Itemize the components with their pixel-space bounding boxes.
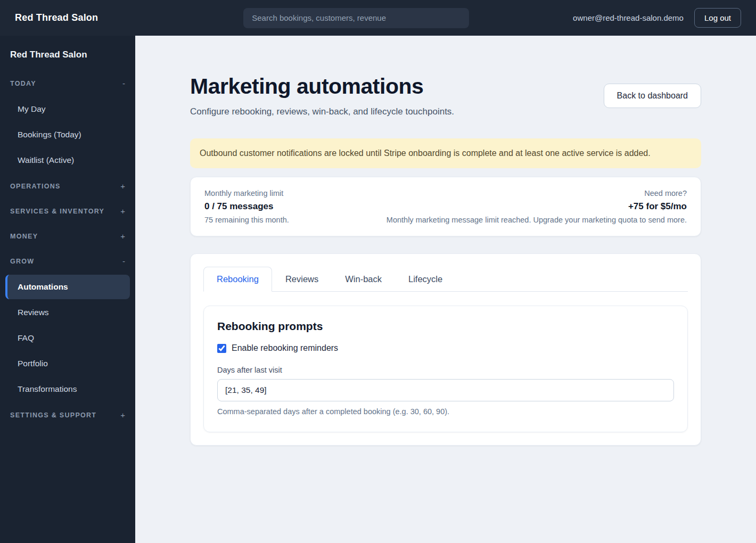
section-label: SERVICES & INVENTORY xyxy=(10,208,104,215)
sidebar-item-bookings-today[interactable]: Bookings (Today) xyxy=(5,122,130,147)
expand-icon: + xyxy=(120,182,125,191)
marketing-quota-card: Monthly marketing limit 0 / 75 messages … xyxy=(190,177,701,236)
days-field-help: Comma-separated days after a completed b… xyxy=(217,407,674,416)
days-field-label: Days after last visit xyxy=(217,366,674,374)
page-subtitle: Configure rebooking, reviews, win-back, … xyxy=(190,106,454,117)
quota-left-sub: 75 remaining this month. xyxy=(204,216,289,224)
automations-card: RebookingReviewsWin-backLifecycle Rebook… xyxy=(190,253,701,446)
sidebar-item-my-day[interactable]: My Day xyxy=(5,97,130,121)
enable-rebooking-label[interactable]: Enable rebooking reminders xyxy=(232,343,338,353)
topbar: Red Thread Salon owner@red-thread-salon.… xyxy=(0,0,756,36)
tab-win-back[interactable]: Win-back xyxy=(332,267,395,292)
section-label: SETTINGS & SUPPORT xyxy=(10,412,96,419)
content: Marketing automations Configure rebookin… xyxy=(190,36,701,467)
sidebar-sections: TODAY-My DayBookings (Today)Waitlist (Ac… xyxy=(5,71,130,427)
sidebar-item-transformations[interactable]: Transformations xyxy=(5,377,130,401)
quota-left-value: 0 / 75 messages xyxy=(204,201,289,212)
panel-heading: Rebooking prompts xyxy=(217,320,674,333)
tab-rebooking[interactable]: Rebooking xyxy=(203,267,272,292)
sidebar-section-today[interactable]: TODAY- xyxy=(5,71,130,96)
quota-left-label: Monthly marketing limit xyxy=(204,189,289,198)
global-search-input[interactable] xyxy=(243,8,469,28)
sidebar-item-portfolio[interactable]: Portfolio xyxy=(5,351,130,376)
sidebar-item-reviews[interactable]: Reviews xyxy=(5,300,130,325)
sidebar: Red Thread Salon TODAY-My DayBookings (T… xyxy=(0,36,135,543)
expand-icon: + xyxy=(120,207,125,216)
tab-reviews[interactable]: Reviews xyxy=(272,267,332,292)
section-label: TODAY xyxy=(10,80,36,87)
collapse-icon: - xyxy=(122,257,125,266)
sidebar-title: Red Thread Salon xyxy=(5,42,130,71)
section-label: OPERATIONS xyxy=(10,183,61,190)
user-email: owner@red-thread-salon.demo xyxy=(573,13,684,22)
rebooking-panel: Rebooking prompts Enable rebooking remin… xyxy=(203,306,688,432)
sidebar-section-grow[interactable]: GROW- xyxy=(5,249,130,274)
brand: Red Thread Salon xyxy=(15,12,98,23)
sidebar-section-money[interactable]: MONEY+ xyxy=(5,224,130,249)
section-label: GROW xyxy=(10,258,34,265)
quota-right-value: +75 for $5/mo xyxy=(387,201,687,212)
enable-rebooking-row: Enable rebooking reminders xyxy=(217,343,674,353)
collapse-icon: - xyxy=(122,79,125,88)
quota-left: Monthly marketing limit 0 / 75 messages … xyxy=(204,189,289,224)
sidebar-section-services-inventory[interactable]: SERVICES & INVENTORY+ xyxy=(5,199,130,224)
quota-right: Need more? +75 for $5/mo Monthly marketi… xyxy=(387,189,687,224)
sidebar-section-settings-support[interactable]: SETTINGS & SUPPORT+ xyxy=(5,402,130,427)
page-title-block: Marketing automations Configure rebookin… xyxy=(190,74,454,117)
locked-notice-banner: Outbound customer notifications are lock… xyxy=(190,138,701,168)
days-after-visit-input[interactable] xyxy=(217,379,674,401)
expand-icon: + xyxy=(120,410,125,419)
page-title: Marketing automations xyxy=(190,74,454,99)
main-area: Marketing automations Configure rebookin… xyxy=(135,0,756,467)
expand-icon: + xyxy=(120,232,125,241)
sidebar-item-faq[interactable]: FAQ xyxy=(5,326,130,350)
quota-right-sub: Monthly marketing message limit reached.… xyxy=(387,216,687,224)
section-label: MONEY xyxy=(10,233,38,240)
quota-right-label: Need more? xyxy=(387,189,687,198)
sidebar-item-automations[interactable]: Automations xyxy=(5,275,130,299)
tab-lifecycle[interactable]: Lifecycle xyxy=(395,267,456,292)
back-to-dashboard-button[interactable]: Back to dashboard xyxy=(604,84,701,108)
sidebar-section-operations[interactable]: OPERATIONS+ xyxy=(5,174,130,199)
tabs: RebookingReviewsWin-backLifecycle xyxy=(203,267,688,292)
page-header: Marketing automations Configure rebookin… xyxy=(190,74,701,117)
logout-button[interactable]: Log out xyxy=(694,8,741,28)
enable-rebooking-checkbox[interactable] xyxy=(217,344,226,353)
sidebar-item-waitlist-active[interactable]: Waitlist (Active) xyxy=(5,148,130,172)
